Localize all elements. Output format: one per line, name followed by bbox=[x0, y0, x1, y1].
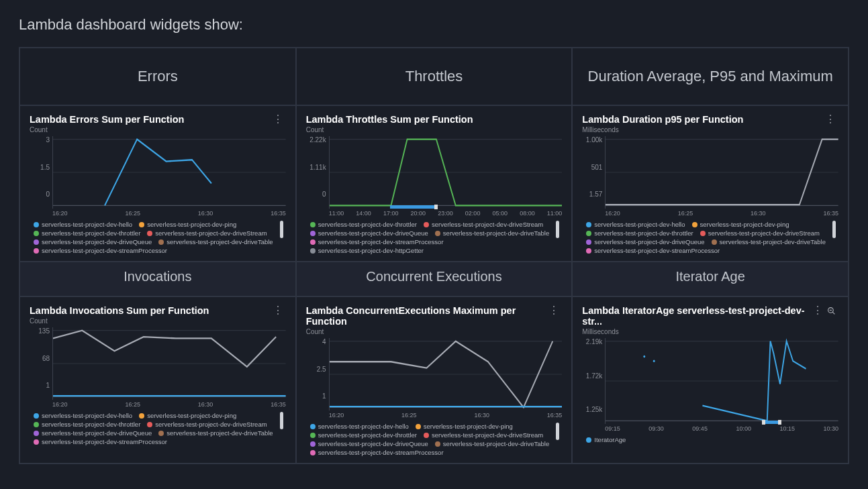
legend-swatch bbox=[416, 424, 421, 429]
legend-item[interactable]: serverless-test-project-dev-driveQueue bbox=[310, 440, 428, 447]
widget-menu-icon[interactable]: ⋮ bbox=[270, 305, 286, 316]
legend-label: serverless-test-project-dev-streamProces… bbox=[318, 449, 444, 456]
widget-iterator[interactable]: Lambda IteratorAge serverless-test-proje… bbox=[572, 296, 849, 464]
legend-swatch bbox=[692, 222, 697, 227]
legend-item[interactable]: serverless-test-project-dev-ping bbox=[416, 423, 513, 430]
time-range-bar[interactable] bbox=[390, 205, 436, 209]
legend-swatch bbox=[34, 431, 39, 436]
legend-item[interactable]: serverless-test-project-dev-driveStream bbox=[424, 431, 543, 439]
legend-scrollbar[interactable] bbox=[280, 221, 283, 238]
widget-menu-icon[interactable]: ⋮ bbox=[546, 305, 562, 316]
plot[interactable] bbox=[52, 136, 286, 209]
widget-menu-icon[interactable]: ⋮ bbox=[270, 114, 286, 125]
legend-swatch bbox=[435, 441, 440, 447]
plot[interactable] bbox=[605, 338, 838, 424]
legend-item[interactable]: serverless-test-project-dev-streamProces… bbox=[310, 238, 444, 246]
legend-item[interactable]: serverless-test-project-dev-throttler bbox=[310, 431, 417, 439]
legend-scrollbar[interactable] bbox=[832, 221, 836, 238]
legend-item[interactable]: serverless-test-project-dev-driveTable bbox=[435, 229, 549, 237]
legend-swatch bbox=[310, 441, 316, 447]
widget-menu-icon[interactable]: ⋮ bbox=[812, 305, 823, 316]
legend-item[interactable]: serverless-test-project-dev-hello bbox=[586, 221, 685, 228]
x-axis: 16:20 16:25 16:30 16:35 bbox=[30, 401, 286, 408]
y-axis-label: Count bbox=[30, 317, 286, 325]
plot[interactable] bbox=[329, 136, 563, 209]
widget-title: Lambda IteratorAge serverless-test-proje… bbox=[582, 305, 810, 327]
legend-item[interactable]: serverless-test-project-dev-ping bbox=[139, 412, 236, 419]
legend-label: serverless-test-project-dev-streamProces… bbox=[42, 438, 167, 445]
legend-label: serverless-test-project-dev-driveStream bbox=[708, 229, 820, 237]
legend-item[interactable]: serverless-test-project-dev-driveQueue bbox=[34, 238, 152, 246]
legend-item[interactable]: serverless-test-project-dev-driveStream bbox=[424, 221, 543, 228]
legend-item[interactable]: serverless-test-project-dev-driveQueue bbox=[310, 229, 428, 237]
legend-item[interactable]: serverless-test-project-dev-throttler bbox=[34, 421, 140, 428]
plot[interactable] bbox=[329, 338, 563, 411]
time-range-bar[interactable] bbox=[764, 421, 778, 424]
legend-item[interactable]: serverless-test-project-dev-driveTable bbox=[158, 429, 273, 437]
legend-item[interactable]: serverless-test-project-dev-streamProces… bbox=[34, 247, 167, 254]
legend-item[interactable]: serverless-test-project-dev-driveQueue bbox=[586, 238, 704, 246]
legend-swatch bbox=[586, 222, 591, 227]
legend-scrollbar[interactable] bbox=[280, 412, 283, 429]
legend-item[interactable]: serverless-test-project-dev-hello bbox=[310, 423, 409, 430]
y-axis: 2.22k 1.11k 0 bbox=[306, 136, 329, 209]
legend-item[interactable]: serverless-test-project-dev-ping bbox=[692, 221, 789, 228]
chart-area: 2.19k 1.72k 1.25k bbox=[582, 338, 838, 424]
time-range-handle-left[interactable] bbox=[762, 420, 765, 425]
column-header-throttles: Throttles bbox=[296, 48, 573, 105]
legend-label: serverless-test-project-dev-driveQueue bbox=[42, 238, 152, 246]
legend-item[interactable]: serverless-test-project-dev-driveTable bbox=[158, 238, 273, 246]
legend-scrollbar[interactable] bbox=[556, 423, 559, 440]
legend-scrollbar[interactable] bbox=[556, 221, 559, 238]
legend-item[interactable]: serverless-test-project-dev-driveStream bbox=[147, 229, 267, 237]
legend: serverless-test-project-dev-helloserverl… bbox=[582, 221, 838, 254]
time-range-handle[interactable] bbox=[434, 205, 438, 209]
legend-label: IteratorAge bbox=[594, 436, 626, 443]
legend-item[interactable]: serverless-test-project-dev-driveTable bbox=[712, 238, 826, 246]
plot[interactable] bbox=[605, 136, 838, 209]
legend-item[interactable]: serverless-test-project-dev-streamProces… bbox=[34, 438, 167, 445]
legend-item[interactable]: serverless-test-project-dev-driveStream bbox=[147, 421, 267, 428]
legend-item[interactable]: serverless-test-project-dev-hello bbox=[34, 221, 132, 228]
widget-throttles[interactable]: Lambda Throttles Sum per Function Count … bbox=[296, 105, 573, 262]
time-range-handle-right[interactable] bbox=[778, 420, 781, 425]
legend-label: serverless-test-project-dev-hello bbox=[318, 423, 409, 430]
legend-item[interactable]: IteratorAge bbox=[586, 436, 626, 443]
column-subheader-invocations: Invocations bbox=[19, 262, 296, 296]
legend-label: serverless-test-project-dev-driveStream bbox=[432, 221, 543, 228]
plot[interactable] bbox=[52, 327, 286, 400]
widget-concurrent[interactable]: Lambda ConcurrentExecutions Maximum per … bbox=[296, 296, 573, 464]
y-axis: 4 2.5 1 bbox=[306, 338, 329, 411]
legend-item[interactable]: serverless-test-project-dev-streamProces… bbox=[310, 449, 444, 456]
legend-item[interactable]: serverless-test-project-dev-driveStream bbox=[700, 229, 820, 237]
legend-item[interactable]: serverless-test-project-dev-throttler bbox=[34, 229, 140, 237]
widget-invocations[interactable]: Lambda Invocations Sum per Function ⋮ Co… bbox=[19, 296, 296, 464]
legend-label: serverless-test-project-dev-hello bbox=[594, 221, 685, 228]
legend-item[interactable]: serverless-test-project-dev-driveQueue bbox=[34, 429, 152, 437]
zoom-out-icon[interactable] bbox=[827, 307, 836, 315]
widget-menu-icon[interactable]: ⋮ bbox=[822, 114, 838, 125]
legend-swatch bbox=[310, 231, 316, 236]
legend-item[interactable]: serverless-test-project-dev-httpGetter bbox=[310, 247, 424, 254]
legend-item[interactable]: serverless-test-project-dev-hello bbox=[34, 412, 132, 419]
widget-actions[interactable]: ⋮ bbox=[810, 305, 838, 316]
legend-item[interactable]: serverless-test-project-dev-streamProces… bbox=[586, 247, 720, 254]
widget-title: Lambda ConcurrentExecutions Maximum per … bbox=[306, 305, 546, 327]
widget-duration[interactable]: Lambda Duration p95 per Function ⋮ Milli… bbox=[572, 105, 849, 262]
legend-label: serverless-test-project-dev-driveQueue bbox=[318, 229, 428, 237]
legend: serverless-test-project-dev-helloserverl… bbox=[30, 221, 286, 254]
legend-swatch bbox=[147, 422, 152, 427]
y-axis-label: Count bbox=[306, 126, 563, 133]
widget-errors[interactable]: Lambda Errors Sum per Function ⋮ Count 3… bbox=[19, 105, 296, 262]
legend-swatch bbox=[586, 231, 591, 236]
legend-item[interactable]: serverless-test-project-dev-throttler bbox=[586, 229, 693, 237]
chart-area: 2.22k 1.11k 0 bbox=[306, 136, 563, 209]
legend-swatch bbox=[712, 239, 717, 245]
y-axis: 1.00k 501 1.57 bbox=[582, 136, 605, 209]
x-axis: 16:20 16:25 16:30 16:35 bbox=[30, 210, 286, 217]
legend-item[interactable]: serverless-test-project-dev-throttler bbox=[310, 221, 417, 228]
legend-item[interactable]: serverless-test-project-dev-driveTable bbox=[435, 440, 549, 447]
legend-item[interactable]: serverless-test-project-dev-ping bbox=[139, 221, 236, 228]
y-axis-label: Milliseconds bbox=[582, 328, 838, 335]
column-subheader-iterator: Iterator Age bbox=[572, 262, 849, 296]
